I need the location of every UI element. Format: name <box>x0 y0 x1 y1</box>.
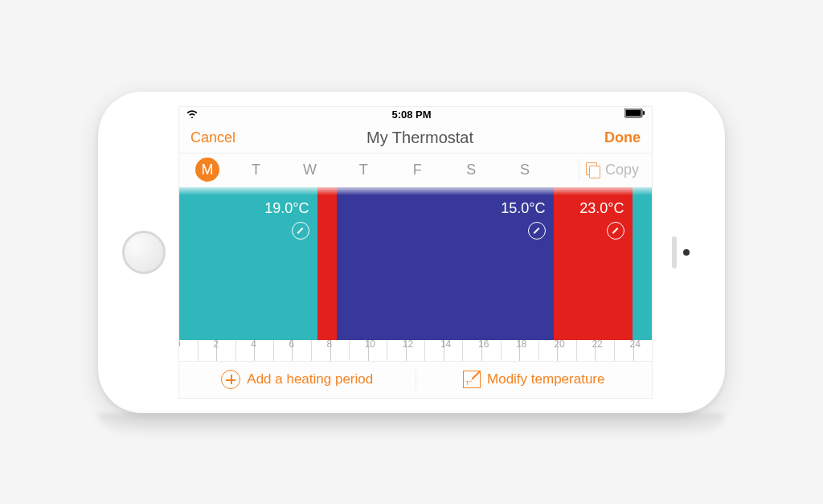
edit-icon[interactable] <box>607 222 624 240</box>
edit-icon[interactable] <box>528 222 546 240</box>
page-title: My Thermostat <box>366 129 473 147</box>
modify-label: Modify temperature <box>487 371 604 387</box>
day-tab-3[interactable]: T <box>337 162 391 178</box>
add-heating-period-button[interactable]: Add a heating period <box>179 370 416 389</box>
schedule-timeline[interactable]: 19.0°C15.0°C23.0°C <box>179 187 652 361</box>
home-button[interactable] <box>122 231 166 274</box>
nav-bar: Cancel My Thermostat Done <box>179 123 652 154</box>
period-block-0[interactable]: 19.0°C <box>179 187 317 340</box>
ruler-tick-0 <box>179 340 198 361</box>
ruler-tick-6 <box>292 340 311 361</box>
ruler-tick-20 <box>557 340 576 361</box>
modify-temperature-button[interactable]: Modify temperature <box>416 371 653 388</box>
cancel-button[interactable]: Cancel <box>190 129 235 146</box>
period-block-3[interactable]: 23.0°C <box>554 187 633 340</box>
day-tab-0[interactable]: M <box>195 158 219 182</box>
ruler-tick-8 <box>330 340 350 361</box>
edit-icon[interactable] <box>292 222 309 240</box>
day-tab-5[interactable]: S <box>444 162 498 178</box>
modify-icon <box>463 371 481 388</box>
ruler-tick-10 <box>368 340 387 361</box>
day-tab-6[interactable]: S <box>498 162 552 178</box>
copy-button[interactable]: Copy <box>579 158 645 181</box>
status-time: 5:08 PM <box>391 109 431 121</box>
copy-label: Copy <box>605 162 639 178</box>
add-label: Add a heating period <box>247 371 373 387</box>
copy-icon <box>586 162 600 177</box>
ruler-tick-12 <box>406 340 425 361</box>
svg-rect-2 <box>643 111 645 115</box>
period-temp-0: 19.0°C <box>264 200 309 240</box>
front-camera <box>683 249 690 256</box>
phone-frame: 5:08 PM Cancel My Thermostat Done MTWTFS… <box>98 92 725 413</box>
ruler-tick-18 <box>519 340 538 361</box>
plus-icon <box>221 370 240 389</box>
reflection <box>98 413 725 437</box>
period-temp-3: 23.0°C <box>579 200 624 240</box>
done-button[interactable]: Done <box>604 129 641 146</box>
battery-icon <box>624 109 645 121</box>
period-block-4[interactable] <box>633 187 653 340</box>
screen: 5:08 PM Cancel My Thermostat Done MTWTFS… <box>178 106 653 399</box>
ruler-tick-14 <box>444 340 463 361</box>
period-block-1[interactable] <box>317 187 338 340</box>
ruler-tick-22 <box>595 340 614 361</box>
wifi-icon <box>186 109 199 121</box>
ruler-tick-4 <box>254 340 273 361</box>
bottom-toolbar: Add a heating period Modify temperature <box>179 361 652 398</box>
svg-rect-1 <box>625 110 641 117</box>
ruler-tick-2 <box>216 340 235 361</box>
day-selector: MTWTFSSCopy <box>179 154 652 187</box>
day-tab-4[interactable]: F <box>391 162 444 178</box>
ruler-tick-16 <box>481 340 501 361</box>
day-tab-2[interactable]: W <box>283 162 337 178</box>
ruler-tick-24 <box>633 340 653 361</box>
period-block-2[interactable]: 15.0°C <box>337 187 554 340</box>
period-temp-2: 15.0°C <box>501 200 545 240</box>
time-ruler <box>179 340 652 361</box>
day-tab-1[interactable]: T <box>229 162 283 178</box>
speaker-grille <box>672 236 677 268</box>
status-bar: 5:08 PM <box>179 107 652 123</box>
